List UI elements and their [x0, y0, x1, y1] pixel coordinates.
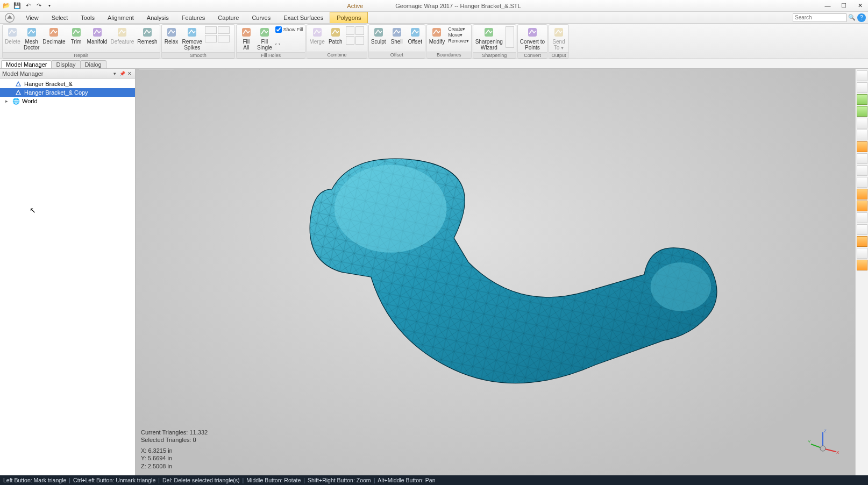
right-tool-8[interactable] — [857, 165, 867, 176]
svg-rect-13 — [331, 28, 340, 37]
right-tool-16[interactable] — [857, 260, 867, 270]
sculpt-label: Sculpt — [371, 39, 386, 45]
sharpen-extra[interactable] — [506, 26, 514, 48]
fill-mode-1[interactable] — [284, 33, 291, 41]
mesh-model[interactable] — [193, 126, 783, 418]
tree-node-label: Hanger Bracket_& Copy — [24, 89, 88, 96]
side-tab-model-manager[interactable]: Model Manager — [1, 60, 52, 68]
view-tab-getting-started[interactable]: Getting Started — [174, 69, 225, 70]
right-tool-15[interactable] — [857, 248, 867, 259]
redo-icon[interactable]: ↷ — [34, 2, 43, 10]
tree-node-world[interactable]: ▸🌐World — [0, 97, 135, 105]
right-tool-14[interactable] — [857, 236, 867, 247]
right-tool-0[interactable] — [857, 70, 867, 81]
modify-button[interactable]: Modify — [428, 25, 446, 46]
undo-icon[interactable]: ↶ — [24, 2, 32, 10]
close-button[interactable]: ✕ — [852, 0, 868, 12]
sharpening-wizard-button[interactable]: Sharpening Wizard — [474, 25, 504, 52]
panel-menu-icon[interactable]: ▾ — [111, 70, 118, 77]
menu-polygons[interactable]: Polygons — [330, 12, 368, 23]
fill-prev-icon[interactable]: ‹ — [275, 41, 277, 47]
tree-node-hanger-bracket[interactable]: Hanger Bracket_& — [0, 80, 135, 88]
smooth-preset-1[interactable] — [218, 26, 230, 34]
shell-button[interactable]: Shell — [388, 25, 406, 46]
menu-alignment[interactable]: Alignment — [101, 12, 140, 23]
right-tool-6[interactable] — [857, 141, 867, 152]
svg-rect-11 — [260, 28, 269, 37]
menu-curves[interactable]: Curves — [245, 12, 277, 23]
boundaries-move[interactable]: Move▾ — [448, 32, 469, 38]
combine-tool-2[interactable] — [346, 36, 354, 45]
menu-capture[interactable]: Capture — [211, 12, 245, 23]
group-label: Combine — [307, 52, 366, 58]
right-tool-13[interactable] — [857, 224, 867, 235]
combine-tool-3[interactable] — [355, 36, 364, 45]
smooth-preset-3[interactable] — [218, 35, 230, 42]
view-tab-graphics[interactable]: Graphics — [139, 69, 174, 70]
app-logo-icon[interactable] — [0, 12, 19, 23]
right-tool-7[interactable] — [857, 153, 867, 164]
mesh-doctor-icon — [26, 26, 38, 38]
open-icon[interactable]: 📂 — [2, 2, 11, 10]
right-tool-12[interactable] — [857, 212, 867, 223]
relax-button[interactable]: Relax — [162, 25, 181, 46]
svg-text:Z: Z — [824, 429, 827, 433]
side-tab-dialog[interactable]: Dialog — [80, 60, 106, 68]
right-tool-2[interactable] — [857, 94, 867, 105]
trim-button[interactable]: Trim — [67, 25, 86, 46]
view-tab-scripting[interactable]: Scripting — [225, 69, 260, 70]
search-icon[interactable]: 🔍 — [848, 13, 856, 22]
combine-tool-1[interactable] — [355, 26, 364, 35]
defeature-icon — [116, 26, 128, 38]
search-input[interactable] — [793, 13, 846, 22]
menu-select[interactable]: Select — [45, 12, 75, 23]
decimate-button[interactable]: Decimate — [41, 25, 67, 46]
right-tool-5[interactable] — [857, 130, 867, 140]
remove-spikes-button[interactable]: Remove Spikes — [181, 25, 204, 52]
right-tool-4[interactable] — [857, 118, 867, 129]
help-icon[interactable]: ? — [857, 13, 866, 22]
menu-exact-surfaces[interactable]: Exact Surfaces — [277, 12, 330, 23]
show-fill-checkbox[interactable]: Show Fill — [275, 26, 303, 33]
patch-button[interactable]: Patch — [326, 25, 345, 46]
panel-pin-icon[interactable]: 📌 — [119, 70, 125, 77]
right-tool-3[interactable] — [857, 106, 867, 117]
minimize-button[interactable]: — — [820, 0, 836, 12]
menu-analysis[interactable]: Analysis — [140, 12, 175, 23]
boundaries-create[interactable]: Create▾ — [448, 26, 469, 32]
boundaries-remove[interactable]: Remove▾ — [448, 38, 469, 44]
qat-dropdown-icon[interactable]: ▾ — [45, 2, 54, 10]
manifold-button[interactable]: Manifold — [86, 25, 109, 46]
view-triad-icon[interactable]: X Y Z — [807, 427, 839, 459]
right-tool-1[interactable] — [857, 82, 867, 93]
menu-view[interactable]: View — [19, 12, 45, 23]
convert-to-points-button[interactable]: Convert to Points — [518, 25, 546, 52]
sculpt-button[interactable]: Sculpt — [369, 25, 388, 46]
expand-icon[interactable]: ▸ — [5, 98, 10, 104]
fill-mode-2[interactable] — [293, 33, 300, 41]
viewport[interactable]: GraphicsGetting StartedScripting Current… — [136, 69, 855, 475]
panel-close-icon[interactable]: ✕ — [126, 70, 133, 77]
tree-node-label: World — [22, 98, 38, 104]
svg-rect-16 — [411, 28, 419, 37]
remesh-button[interactable]: Remesh — [136, 25, 159, 46]
smooth-preset-2[interactable] — [205, 35, 217, 42]
fill-single-button[interactable]: Fill Single — [255, 25, 274, 52]
combine-tool-0[interactable] — [346, 26, 354, 35]
tree-node-hanger-bracket-copy[interactable]: Hanger Bracket_& Copy — [0, 88, 135, 97]
fill-mode-0[interactable] — [275, 33, 283, 41]
save-icon[interactable]: 💾 — [13, 2, 22, 10]
right-tool-10[interactable] — [857, 189, 867, 199]
menu-features[interactable]: Features — [175, 12, 211, 23]
side-tab-display[interactable]: Display — [51, 60, 80, 68]
fill-all-button[interactable]: Fill All — [237, 25, 255, 52]
mesh-doctor-button[interactable]: Mesh Doctor — [22, 25, 41, 52]
smooth-preset-0[interactable] — [205, 26, 217, 34]
right-tool-9[interactable] — [857, 177, 867, 188]
right-tool-11[interactable] — [857, 201, 867, 211]
menu-tools[interactable]: Tools — [74, 12, 101, 23]
merge-icon — [311, 26, 323, 38]
offset-button[interactable]: Offset — [406, 25, 424, 46]
fill-next-icon[interactable]: › — [279, 41, 280, 47]
maximize-button[interactable]: ☐ — [836, 0, 852, 12]
